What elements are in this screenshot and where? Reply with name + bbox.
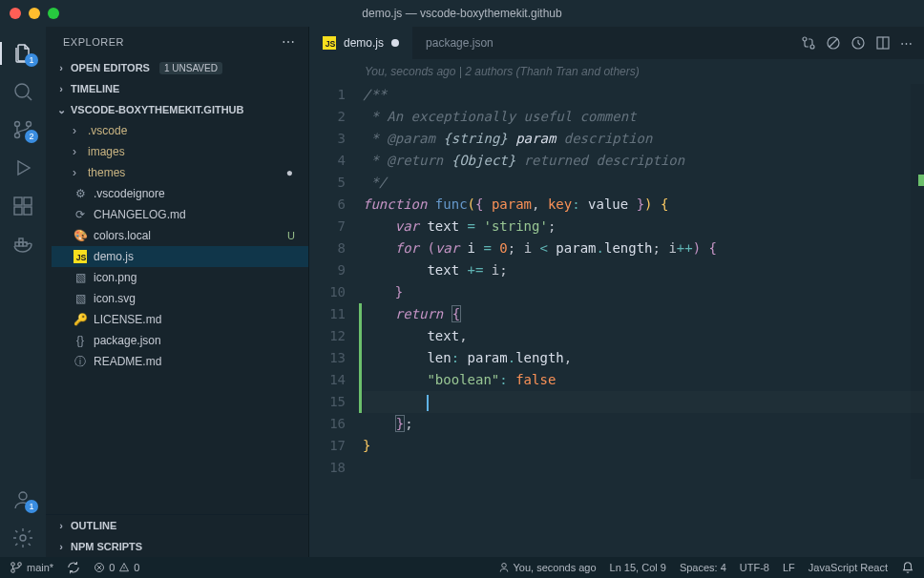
image-icon: ▧: [73, 271, 88, 284]
activity-extensions[interactable]: [0, 187, 46, 225]
file-name: LICENSE.md: [94, 313, 161, 326]
line-number: 11: [309, 303, 346, 325]
status-indentation[interactable]: Spaces: 4: [680, 562, 726, 573]
folder-name: images: [88, 145, 125, 158]
file-name: CHANGELOG.md: [94, 208, 186, 221]
status-sync[interactable]: [67, 561, 80, 574]
file-item[interactable]: ▧icon.png: [52, 267, 308, 288]
chevron-right-icon: ›: [55, 541, 67, 552]
editor-area: JS demo.js package.json ⋯ You, seconds a…: [309, 27, 924, 557]
gear-icon: ⚙: [73, 187, 88, 200]
account-badge: 1: [25, 500, 38, 513]
status-eol[interactable]: LF: [783, 562, 795, 573]
window-maximize-button[interactable]: [48, 8, 59, 19]
error-icon: [94, 562, 105, 573]
status-cursor-position[interactable]: Ln 15, Col 9: [610, 562, 666, 573]
status-branch[interactable]: main*: [10, 561, 53, 574]
window-minimize-button[interactable]: [29, 8, 40, 19]
minimap-change-marker: [918, 175, 924, 186]
window-close-button[interactable]: [10, 8, 21, 19]
diff-added-marker: [359, 303, 362, 413]
section-open-editors[interactable]: › OPEN EDITORS 1 UNSAVED: [46, 57, 308, 78]
line-number: 4: [309, 150, 346, 172]
split-icon[interactable]: [875, 35, 891, 51]
circle-slash-icon[interactable]: [826, 35, 841, 51]
status-encoding[interactable]: UTF-8: [740, 562, 769, 573]
search-icon: [11, 80, 34, 103]
section-npm-scripts[interactable]: › NPM SCRIPTS: [46, 536, 308, 557]
status-blame[interactable]: You, seconds ago: [498, 562, 597, 573]
folder-item[interactable]: ›.vscode: [52, 120, 308, 141]
play-icon: [11, 156, 34, 179]
section-workspace[interactable]: ⌄ VSCODE-BOXYTHEMEKIT.GITHUB: [46, 99, 308, 120]
tab-bar: JS demo.js package.json ⋯: [309, 27, 924, 59]
section-label: OPEN EDITORS: [71, 62, 150, 73]
section-outline[interactable]: › OUTLINE: [46, 515, 308, 536]
section-timeline[interactable]: › TIMELINE: [46, 78, 308, 99]
activity-accounts[interactable]: 1: [0, 481, 46, 519]
file-name: icon.svg: [94, 292, 136, 305]
activity-explorer[interactable]: 1: [0, 34, 46, 72]
tab-package-json[interactable]: package.json: [412, 27, 507, 59]
activity-bar: 1 2 1: [0, 27, 46, 557]
line-number: 14: [309, 369, 346, 391]
folder-item[interactable]: ›images: [52, 141, 308, 162]
file-name: icon.png: [94, 271, 136, 284]
file-item[interactable]: ▧icon.svg: [52, 288, 308, 309]
line-number: 16: [309, 413, 346, 435]
section-label: VSCODE-BOXYTHEMEKIT.GITHUB: [71, 104, 244, 115]
svg-point-19: [810, 45, 814, 49]
activity-scm[interactable]: 2: [0, 111, 46, 149]
folder-name: themes: [88, 166, 125, 179]
svg-rect-5: [24, 197, 32, 205]
code-editor[interactable]: 123456789101112131415161718 /** * An exc…: [309, 84, 924, 479]
file-item[interactable]: 🎨colors.localU: [52, 225, 308, 246]
section-label: NPM SCRIPTS: [71, 541, 142, 552]
activity-search[interactable]: [0, 72, 46, 111]
extensions-icon: [11, 195, 34, 217]
file-item[interactable]: ⚙.vscodeignore: [52, 183, 308, 204]
chevron-right-icon: ›: [73, 124, 82, 137]
file-name: demo.js: [94, 250, 134, 263]
modified-dot-icon: ●: [286, 166, 293, 179]
minimap[interactable]: [911, 84, 924, 479]
editor-actions: ⋯: [789, 27, 924, 59]
chevron-down-icon: ⌄: [55, 104, 67, 116]
activity-settings[interactable]: [0, 519, 46, 557]
tab-label: package.json: [426, 36, 494, 50]
file-tree: ›.vscode›images›themes●⚙.vscodeignore⟳CH…: [46, 120, 308, 372]
sidebar-more-icon[interactable]: ⋯: [282, 34, 296, 50]
history-icon[interactable]: [850, 35, 866, 51]
activity-docker[interactable]: [0, 225, 46, 263]
file-item[interactable]: ⓘREADME.md: [52, 351, 308, 372]
js-icon: JS: [323, 36, 336, 50]
file-name: README.md: [94, 355, 161, 368]
file-item[interactable]: JSdemo.js: [52, 246, 308, 267]
warning-icon: [118, 562, 130, 573]
titlebar: demo.js — vscode-boxythemekit.github: [0, 0, 924, 27]
activity-debug[interactable]: [0, 149, 46, 187]
status-problems[interactable]: 0 0: [94, 562, 139, 573]
svg-text:JS: JS: [76, 253, 87, 262]
status-notifications[interactable]: [901, 561, 914, 574]
json-icon: {}: [73, 334, 88, 347]
svg-rect-4: [14, 197, 22, 205]
chevron-right-icon: ›: [55, 520, 67, 531]
palette-icon: 🎨: [73, 229, 88, 242]
more-actions-icon[interactable]: ⋯: [900, 36, 913, 51]
line-number: 2: [309, 106, 346, 128]
status-language[interactable]: JavaScript React: [808, 562, 888, 573]
folder-name: .vscode: [88, 124, 127, 137]
line-number: 7: [309, 216, 346, 237]
file-item[interactable]: {}package.json: [52, 330, 308, 351]
folder-item[interactable]: ›themes●: [52, 162, 308, 183]
svg-point-24: [18, 563, 22, 567]
tab-demo-js[interactable]: JS demo.js: [309, 27, 412, 59]
chevron-right-icon: ›: [55, 83, 67, 94]
file-item[interactable]: 🔑LICENSE.md: [52, 309, 308, 330]
line-number: 8: [309, 237, 346, 259]
chevron-right-icon: ›: [55, 62, 67, 73]
file-item[interactable]: ⟳CHANGELOG.md: [52, 204, 308, 225]
git-compare-icon[interactable]: [801, 35, 816, 51]
unsaved-badge: 1 UNSAVED: [159, 62, 222, 74]
